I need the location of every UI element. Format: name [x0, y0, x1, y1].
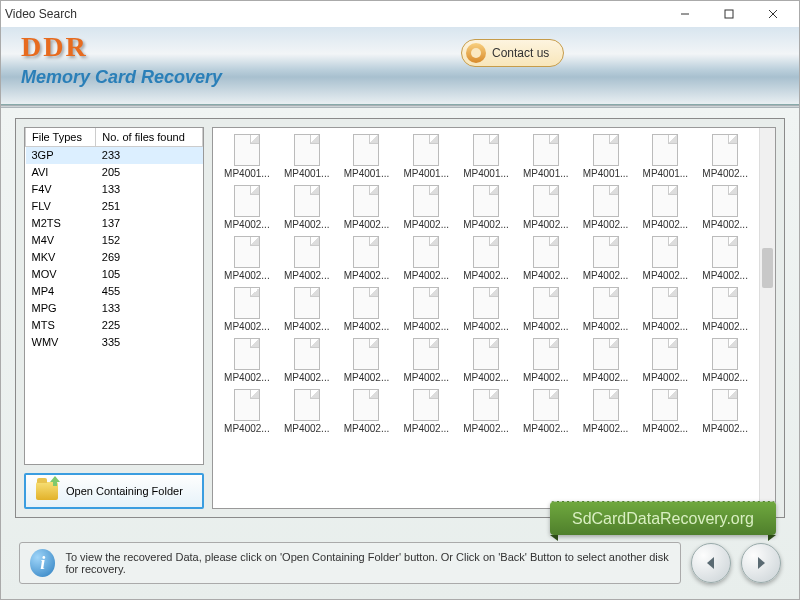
file-item[interactable]: MP4002...	[337, 389, 397, 434]
file-icon	[294, 338, 320, 370]
file-item[interactable]: MP4002...	[516, 236, 576, 281]
close-button[interactable]	[751, 1, 795, 27]
file-item[interactable]: MP4002...	[456, 389, 516, 434]
file-item[interactable]: MP4002...	[277, 389, 337, 434]
table-row[interactable]: M4V152	[26, 232, 203, 249]
file-item[interactable]: MP4002...	[277, 338, 337, 383]
file-item[interactable]: MP4001...	[516, 134, 576, 179]
file-item[interactable]: MP4001...	[456, 134, 516, 179]
file-item[interactable]: MP4002...	[635, 338, 695, 383]
minimize-button[interactable]	[663, 1, 707, 27]
table-row[interactable]: AVI205	[26, 164, 203, 181]
file-item[interactable]: MP4002...	[337, 287, 397, 332]
file-item[interactable]: MP4002...	[217, 287, 277, 332]
table-row[interactable]: 3GP233	[26, 147, 203, 164]
table-row[interactable]: M2TS137	[26, 215, 203, 232]
file-label: MP4002...	[695, 168, 755, 179]
file-item[interactable]: MP4002...	[456, 287, 516, 332]
table-row	[26, 436, 203, 453]
file-item[interactable]: MP4002...	[695, 236, 755, 281]
file-item[interactable]: MP4002...	[576, 338, 636, 383]
maximize-button[interactable]	[707, 1, 751, 27]
file-item[interactable]: MP4002...	[695, 287, 755, 332]
table-row[interactable]: MKV269	[26, 249, 203, 266]
file-item[interactable]: MP4002...	[456, 185, 516, 230]
file-item[interactable]: MP4002...	[277, 236, 337, 281]
file-item[interactable]: MP4002...	[695, 338, 755, 383]
file-item[interactable]: MP4002...	[576, 389, 636, 434]
file-label: MP4002...	[576, 270, 636, 281]
file-item[interactable]: MP4002...	[695, 389, 755, 434]
file-item[interactable]: MP4002...	[396, 338, 456, 383]
file-grid[interactable]: MP4001...MP4001...MP4001...MP4001...MP40…	[212, 127, 776, 509]
col-files-found[interactable]: No. of files found	[96, 128, 203, 147]
file-label: MP4002...	[635, 270, 695, 281]
file-item[interactable]: MP4002...	[337, 338, 397, 383]
file-item[interactable]: MP4002...	[337, 236, 397, 281]
table-row[interactable]: FLV251	[26, 198, 203, 215]
cell-type: M4V	[26, 232, 96, 249]
back-button[interactable]	[691, 543, 731, 583]
open-containing-folder-button[interactable]: Open Containing Folder	[24, 473, 204, 509]
file-item[interactable]: MP4002...	[396, 389, 456, 434]
website-banner[interactable]: SdCardDataRecovery.org	[550, 501, 776, 535]
file-item[interactable]: MP4002...	[516, 287, 576, 332]
file-item[interactable]: MP4002...	[217, 389, 277, 434]
file-icon	[234, 389, 260, 421]
file-item[interactable]: MP4002...	[456, 236, 516, 281]
file-item[interactable]: MP4001...	[277, 134, 337, 179]
file-item[interactable]: MP4002...	[516, 389, 576, 434]
table-row[interactable]: WMV335	[26, 334, 203, 351]
file-item[interactable]: MP4002...	[456, 338, 516, 383]
file-item[interactable]: MP4002...	[576, 185, 636, 230]
file-item[interactable]: MP4002...	[277, 287, 337, 332]
file-item[interactable]: MP4002...	[217, 236, 277, 281]
file-item[interactable]: MP4002...	[576, 236, 636, 281]
table-row[interactable]: F4V133	[26, 181, 203, 198]
file-item[interactable]: MP4002...	[635, 236, 695, 281]
file-item[interactable]: MP4002...	[635, 185, 695, 230]
file-item[interactable]: MP4002...	[396, 287, 456, 332]
file-item[interactable]: MP4002...	[516, 338, 576, 383]
file-label: MP4002...	[695, 219, 755, 230]
footer: i To view the recovered Data, please cli…	[15, 542, 785, 584]
scrollbar-thumb[interactable]	[762, 248, 773, 288]
table-row[interactable]: MPG133	[26, 300, 203, 317]
col-file-types[interactable]: File Types	[26, 128, 96, 147]
file-icon	[593, 287, 619, 319]
file-icon	[712, 389, 738, 421]
file-icon	[712, 134, 738, 166]
file-item[interactable]: MP4002...	[337, 185, 397, 230]
file-item[interactable]: MP4002...	[695, 185, 755, 230]
file-item[interactable]: MP4001...	[576, 134, 636, 179]
file-item[interactable]: MP4001...	[337, 134, 397, 179]
contact-us-button[interactable]: Contact us	[461, 39, 564, 67]
file-label: MP4002...	[277, 270, 337, 281]
file-icon	[652, 389, 678, 421]
table-row[interactable]: MOV105	[26, 266, 203, 283]
file-icon	[353, 287, 379, 319]
file-item[interactable]: MP4002...	[635, 389, 695, 434]
file-label: MP4002...	[635, 321, 695, 332]
file-item[interactable]: MP4002...	[277, 185, 337, 230]
table-row[interactable]: MTS225	[26, 317, 203, 334]
file-item[interactable]: MP4002...	[396, 185, 456, 230]
file-item[interactable]: MP4002...	[695, 134, 755, 179]
file-item[interactable]: MP4002...	[217, 185, 277, 230]
next-button[interactable]	[741, 543, 781, 583]
file-label: MP4002...	[695, 423, 755, 434]
file-item[interactable]: MP4002...	[516, 185, 576, 230]
file-item[interactable]: MP4001...	[217, 134, 277, 179]
file-item[interactable]: MP4002...	[576, 287, 636, 332]
table-row[interactable]: MP4455	[26, 283, 203, 300]
file-item[interactable]: MP4002...	[635, 287, 695, 332]
file-item[interactable]: MP4002...	[217, 338, 277, 383]
file-types-table[interactable]: File Types No. of files found 3GP233AVI2…	[24, 127, 204, 465]
file-item[interactable]: MP4001...	[396, 134, 456, 179]
cell-type: MKV	[26, 249, 96, 266]
file-item[interactable]: MP4002...	[396, 236, 456, 281]
file-item[interactable]: MP4001...	[635, 134, 695, 179]
file-label: MP4002...	[456, 423, 516, 434]
vertical-scrollbar[interactable]	[759, 128, 775, 508]
file-icon	[533, 389, 559, 421]
